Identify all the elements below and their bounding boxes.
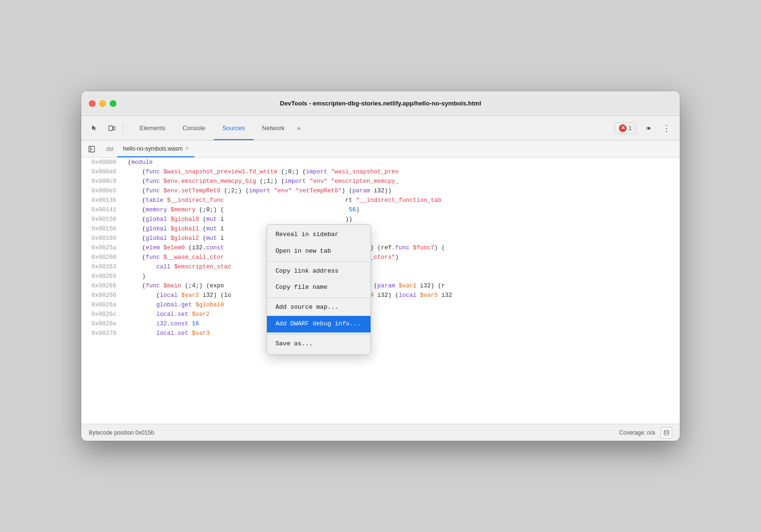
table-row: 0x000c9 (func $env.emscripten_memcpy_big… [81, 177, 680, 186]
table-row: 0x00266 (local $var2 i32) (lo $var4 i32)… [81, 291, 680, 300]
settings-button[interactable] [640, 121, 655, 136]
toolbar-right: ✕ 1 ⋮ [615, 121, 674, 136]
error-badge[interactable]: ✕ 1 [615, 123, 636, 134]
table-row: 0x00156 (global $global0 (mut i )) [81, 215, 680, 224]
ctx-reveal-sidebar[interactable]: Reveal in sidebar [267, 227, 371, 243]
tab-network[interactable]: Network [254, 116, 294, 140]
toolbar-tabs: Elements Console Sources Network » [131, 116, 304, 140]
code-area[interactable]: 0x00000 (module 0x000a6 (func $wasi_snap… [81, 158, 680, 424]
table-row: 0x00160 (global $global2 (mut i [81, 234, 680, 243]
tab-console[interactable]: Console [174, 116, 214, 140]
table-row: 0x000a6 (func $wasi_snapshot_preview1.fd… [81, 167, 680, 177]
table-row: 0x0025a (elem $elem0 (i32.const $func8) … [81, 243, 680, 253]
svg-marker-4 [91, 148, 93, 150]
ctx-open-new-tab[interactable]: Open in new tab [267, 243, 371, 260]
cursor-tool-button[interactable] [87, 121, 102, 136]
maximize-button[interactable] [110, 100, 116, 107]
window-title: DevTools - emscripten-dbg-stories.netlif… [280, 100, 481, 107]
file-tab-close-button[interactable]: × [185, 146, 188, 151]
table-row: 0x000e5 (func $env.setTempRet0 (;2;) (im… [81, 186, 680, 196]
table-row: 0x00265 ) [81, 272, 680, 281]
close-button[interactable] [89, 100, 95, 107]
ctx-copy-link[interactable]: Copy link address [267, 263, 371, 280]
devtools-window: DevTools - emscripten-dbg-stories.netlif… [81, 91, 680, 441]
table-row: 0x00000 (module [81, 158, 680, 167]
coverage-button[interactable] [661, 427, 672, 438]
ctx-separator-3 [267, 334, 371, 334]
table-row: 0x0015b (global $global1 (mut i [81, 224, 680, 234]
table-row: 0x0026e i32.const 16 [81, 319, 680, 329]
status-right: Coverage: n/a [619, 427, 672, 438]
table-row: 0x0026c local.set $var2 [81, 310, 680, 319]
svg-rect-0 [109, 126, 113, 131]
table-row: 0x00263 call $emscripten_stac [81, 262, 680, 272]
table-row: 0x00260 (func $__wasm_call_ctor m_call_c… [81, 253, 680, 262]
minimize-button[interactable] [99, 100, 106, 107]
context-menu: Reveal in sidebar Open in new tab Copy l… [266, 224, 371, 355]
toolbar-separator [123, 124, 124, 133]
tab-sources[interactable]: Sources [214, 116, 254, 140]
svg-rect-1 [113, 127, 115, 130]
table-row: 0x00270 local.set $var3 [81, 329, 680, 338]
ctx-add-dwarf[interactable]: Add DWARF debug info... [267, 316, 371, 332]
device-mode-button[interactable] [104, 121, 119, 136]
error-icon: ✕ [619, 124, 627, 132]
table-row: 0x00141 (memory $memory (;0;) ( 56) [81, 205, 680, 215]
coverage-label: Coverage: n/a [619, 429, 655, 436]
more-tabs-button[interactable]: » [293, 123, 304, 133]
toolbar: Elements Console Sources Network » ✕ 1 [81, 116, 680, 141]
sidebar-label: dbl [102, 146, 117, 152]
svg-rect-5 [664, 430, 669, 435]
bytecode-position: Bytecode position 0x015b [89, 429, 154, 436]
title-bar: DevTools - emscripten-dbg-stories.netlif… [81, 91, 680, 116]
file-tabs-bar: dbl hello-no-symbols.wasm × [81, 141, 680, 158]
traffic-lights [89, 100, 116, 107]
table-row: 0x0026a global.get $global0 [81, 300, 680, 310]
ctx-save-as[interactable]: Save as... [267, 336, 371, 352]
table-row: 0x00136 (table $__indirect_func rt "__in… [81, 196, 680, 205]
file-tab-label: hello-no-symbols.wasm [123, 145, 182, 152]
file-tab-wasm[interactable]: hello-no-symbols.wasm × [117, 141, 194, 157]
more-options-button[interactable]: ⋮ [659, 121, 674, 136]
tab-elements[interactable]: Elements [131, 116, 174, 140]
code-table: 0x00000 (module 0x000a6 (func $wasi_snap… [81, 158, 680, 338]
ctx-copy-filename[interactable]: Copy file name [267, 279, 371, 296]
ctx-add-source-map[interactable]: Add source map... [267, 299, 371, 316]
ctx-separator-1 [267, 261, 371, 262]
table-row: 0x00266 (func $main (;4;) (expo 0 i32) (… [81, 281, 680, 291]
panel-toggle-button[interactable] [85, 142, 98, 156]
status-bar: Bytecode position 0x015b Coverage: n/a [81, 424, 680, 441]
ctx-separator-2 [267, 297, 371, 298]
